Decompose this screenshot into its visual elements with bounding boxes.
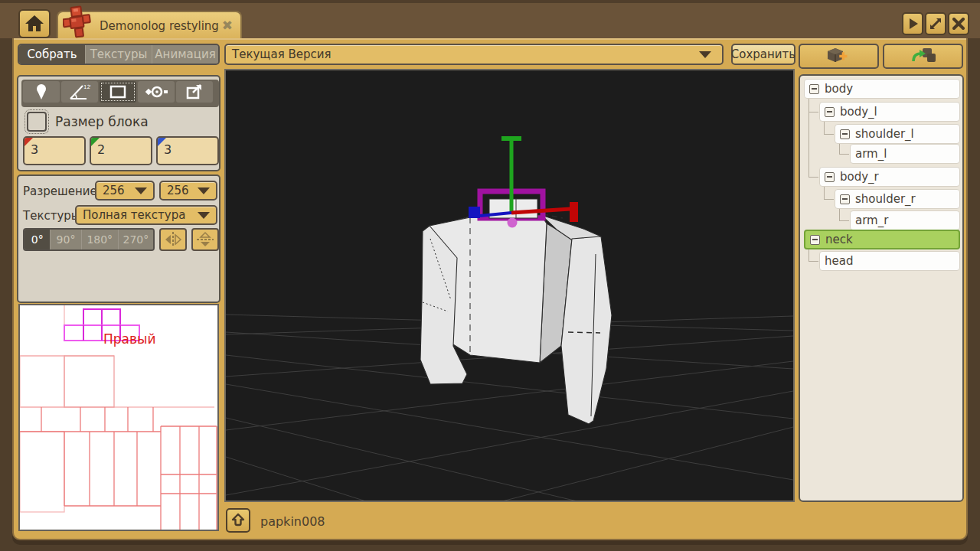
tree-item-label: shoulder_r [855,192,916,206]
tab-build[interactable]: Собрать [19,45,86,64]
tree-item-label: head [825,254,853,268]
svg-text:12°: 12° [83,84,91,90]
uv-layout: Правый [20,305,217,530]
rotate-tool-button[interactable]: 12° [61,81,98,103]
block-size-checkbox[interactable] [27,112,47,132]
textures-label: Текстуры [23,209,80,223]
project-tab[interactable]: Demonolog restyling ✖ [57,11,242,41]
rectangle-tool-button[interactable] [100,81,136,103]
chevron-down-icon [198,212,210,219]
tab-title: Demonolog restyling [100,19,219,33]
orbit-icon [144,83,168,100]
duplicate-export-icon [910,46,936,67]
rotate-270-button[interactable]: 270° [119,230,153,249]
play-button[interactable] [902,12,923,35]
viewport-3d[interactable] [224,69,795,502]
resolution-label: Разрешение [23,184,97,198]
tree-item-head[interactable]: head [819,251,960,271]
collapse-icon[interactable] [840,129,850,139]
rotate-180-button[interactable]: 180° [82,230,119,249]
resolution-height-dropdown[interactable]: 256 [159,181,217,201]
uv-texture-canvas[interactable]: Правый [18,304,219,531]
block-size-label: Размер блока [55,114,149,129]
add-block-icon [826,47,852,67]
flip-vertical-button[interactable] [191,228,219,251]
tree-item-label: shoulder_l [855,127,914,141]
resize-icon [929,17,942,31]
size-x-field[interactable] [23,136,86,165]
uv-part-label: Правый [103,331,155,347]
flip-horizontal-button[interactable] [159,228,187,251]
tree-item-body[interactable]: body [804,79,960,99]
tab-close-icon[interactable]: ✖ [222,18,233,33]
scale-tool-button[interactable] [176,81,213,103]
version-value: Текущая Версия [232,47,332,61]
tree-item-body-l[interactable]: body_l [819,102,960,122]
resolution-height-value: 256 [167,184,189,197]
version-dropdown[interactable]: Текущая Версия [224,44,724,65]
home-icon [24,15,44,33]
chevron-down-icon [198,187,210,194]
tree-item-label: arm_l [855,147,887,161]
rotate-angle-icon: 12° [68,83,91,101]
tool-strip: 12° [21,80,219,107]
export-button[interactable] [883,44,963,69]
tree-item-arm-r[interactable]: arm_r [850,210,960,230]
size-z-field[interactable] [156,136,219,165]
viewport-scene [226,70,793,500]
resize-button[interactable] [925,12,946,35]
texture-settings-groupbox: Разрешение 256 256 Текстуры Полная текст… [17,174,220,303]
model-tree: body body_l shoulder_l arm_l body_r shou… [799,74,964,502]
app-window: Demonolog restyling ✖ Собрать Текстуры А… [0,0,980,551]
flip-vertical-icon [196,231,214,248]
orbit-tool-button[interactable] [138,81,175,103]
rotate-0-button[interactable]: 0° [24,230,51,249]
collapse-icon[interactable] [809,84,819,94]
rotation-group: 0° 90° 180° 270° [23,228,155,251]
resolution-width-dropdown[interactable]: 256 [95,181,155,201]
tab-textures[interactable]: Текстуры [86,45,152,64]
close-button[interactable] [948,12,969,35]
top-bar: Demonolog restyling ✖ [0,0,980,38]
play-icon [910,18,918,29]
texture-mode-value: Полная текстура [83,208,185,222]
size-z-input[interactable] [162,142,211,158]
tree-item-shoulder-r[interactable]: shoulder_r [835,189,960,209]
selection-gizmo [469,136,578,228]
size-y-input[interactable] [96,142,145,158]
status-user: papkin008 [260,514,325,529]
upload-button[interactable] [226,508,250,533]
tab-animation[interactable]: Анимация [152,45,218,64]
close-icon [952,18,965,30]
resolution-width-value: 256 [103,184,125,197]
tree-item-body-r[interactable]: body_r [819,167,960,187]
move-pin-icon [33,83,50,101]
tree-item-label: body_r [840,170,879,184]
tree-connector [808,89,818,178]
home-button[interactable] [18,9,51,38]
texture-mode-dropdown[interactable]: Полная текстура [75,205,217,225]
tree-item-arm-l[interactable]: arm_l [850,144,960,164]
collapse-icon[interactable] [825,172,835,182]
size-x-input[interactable] [29,142,78,158]
chevron-down-icon [699,51,711,58]
tree-item-label: body [825,82,853,96]
collapse-icon[interactable] [825,107,835,117]
tree-item-label: neck [825,233,853,246]
chevron-down-icon [135,187,147,194]
upload-icon [230,513,246,528]
tree-item-label: body_l [840,105,877,119]
save-button[interactable]: Сохранить [731,44,795,65]
collapse-icon[interactable] [810,235,820,245]
tree-item-neck[interactable]: neck [804,230,960,249]
tree-item-shoulder-l[interactable]: shoulder_l [835,124,960,144]
add-block-button[interactable] [799,44,879,69]
move-tool-button[interactable] [23,81,60,103]
rotate-90-button[interactable]: 90° [51,230,81,249]
collapse-icon[interactable] [840,194,850,204]
tools-groupbox: 12° [17,75,220,171]
tree-item-label: arm_r [855,214,888,227]
mode-tabs: Собрать Текстуры Анимация [18,44,220,65]
size-y-field[interactable] [90,136,152,165]
scale-icon [185,83,204,101]
